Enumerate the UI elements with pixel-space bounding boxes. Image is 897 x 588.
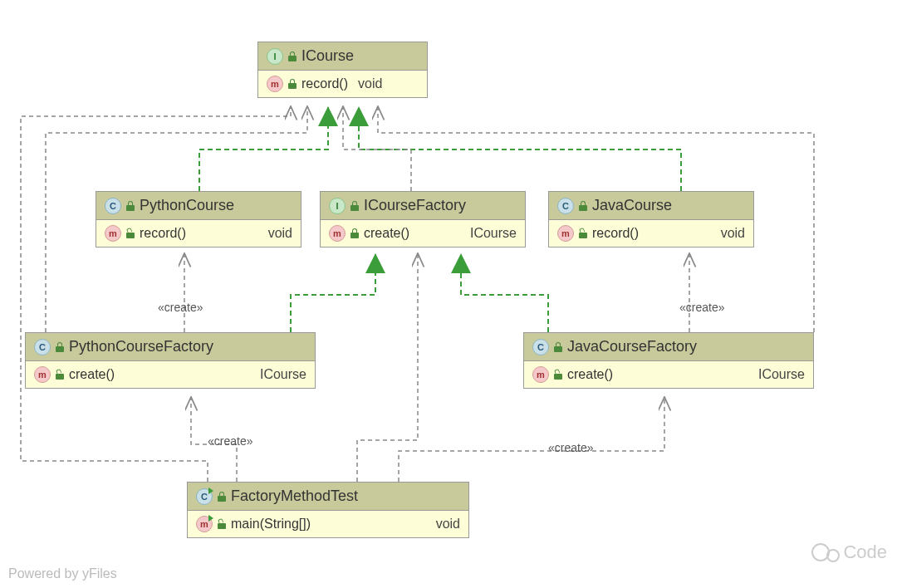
class-icoursefactory: I ICourseFactory m create() ICourse [320,191,526,247]
lock-icon [56,342,64,352]
class-javacoursefactory: C JavaCourseFactory m create() ICourse [523,332,814,389]
lock-icon [350,201,359,211]
runnable-method-icon: m [196,516,213,532]
runnable-class-icon: C [196,488,213,505]
bubble-icon [826,549,840,562]
class-header: C PythonCourse [96,192,301,220]
member-return: void [268,226,292,241]
member-name: create() [567,367,613,382]
member-return: ICourse [470,226,517,241]
edge-label-create: «create» [158,301,203,314]
class-javacourse: C JavaCourse m record() void [548,191,754,247]
class-member: m main(String[]) void [188,511,468,537]
member-return: ICourse [758,367,805,382]
class-member: m record() void [549,220,753,247]
class-member: m create() ICourse [321,220,525,247]
class-header: C PythonCourseFactory [26,333,315,361]
watermark-text: Code [843,541,887,563]
member-name: main(String[]) [231,517,311,532]
class-name: PythonCourse [140,197,234,214]
lock-icon [350,228,359,238]
method-icon: m [329,225,346,242]
method-icon: m [557,225,574,242]
member-name: record() [301,76,348,91]
member-return: ICourse [260,367,306,382]
interface-icon: I [329,198,346,214]
class-header: C FactoryMethodTest [188,483,468,511]
class-header: I ICourseFactory [321,192,525,220]
unlock-icon [56,370,64,380]
member-name: record() [592,226,639,241]
footer-credit: Powered by yFiles [8,566,117,581]
watermark: Code [811,541,887,563]
method-icon: m [267,76,283,92]
class-name: ICourse [301,47,354,65]
class-icourse: I ICourse m record() void [257,42,428,98]
class-icon: C [105,198,121,214]
member-name: record() [140,226,186,241]
class-member: m record() void [258,71,427,97]
method-icon: m [105,225,121,242]
member-name: create() [364,226,409,241]
edge-label-create: «create» [548,441,593,454]
member-return: void [358,76,382,91]
class-name: ICourseFactory [364,197,466,214]
class-header: C JavaCourse [549,192,753,220]
class-member: m create() ICourse [524,361,813,388]
class-member: m record() void [96,220,301,247]
member-return: void [436,517,460,532]
method-icon: m [34,366,51,383]
class-pythoncoursefactory: C PythonCourseFactory m create() ICourse [25,332,316,389]
class-header: I ICourse [258,42,427,71]
class-name: JavaCourse [592,197,672,214]
lock-icon [126,201,135,211]
interface-icon: I [267,48,283,65]
class-name: PythonCourseFactory [69,338,213,355]
class-header: C JavaCourseFactory [524,333,813,361]
class-icon: C [34,339,51,355]
unlock-icon [554,370,562,380]
edge-label-create: «create» [679,301,724,314]
edge-label-create: «create» [208,434,252,448]
class-icon: C [557,198,574,214]
class-member: m create() ICourse [26,361,315,388]
lock-icon [288,51,297,61]
class-name: FactoryMethodTest [231,488,358,505]
lock-icon [554,342,562,352]
member-return: void [721,226,745,241]
unlock-icon [126,228,135,238]
class-factorymethodtest: C FactoryMethodTest m main(String[]) voi… [187,482,469,538]
unlock-icon [579,228,587,238]
class-pythoncourse: C PythonCourse m record() void [96,191,301,247]
class-icon: C [532,339,549,355]
lock-icon [579,201,587,211]
member-name: create() [69,367,115,382]
lock-icon [218,492,226,502]
method-icon: m [532,366,549,383]
lock-icon [288,79,297,89]
unlock-icon [218,519,226,529]
class-name: JavaCourseFactory [567,338,697,355]
